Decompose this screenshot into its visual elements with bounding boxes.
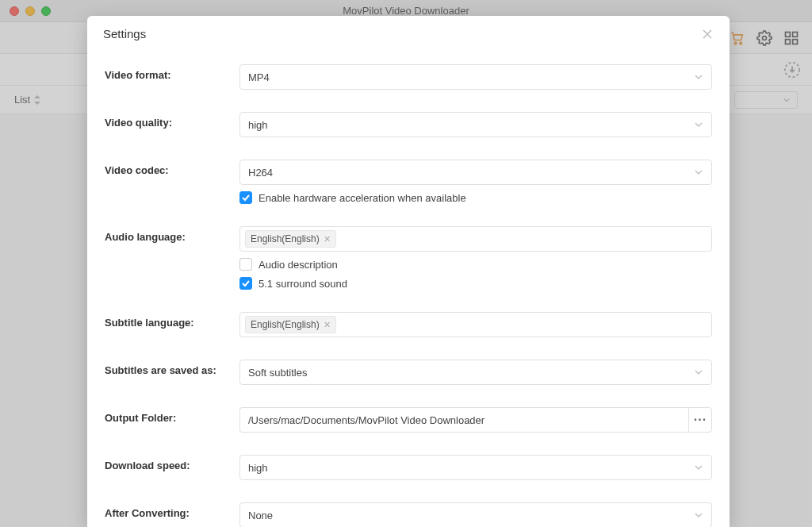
tag-subtitle-language-text: English(English)	[251, 319, 320, 330]
row-audio-language: Audio language: English(English) ✕ Audio…	[105, 215, 712, 301]
tag-subtitle-language-remove[interactable]: ✕	[324, 320, 331, 330]
label-output-folder: Output Folder:	[105, 407, 239, 424]
checkbox-hw-accel[interactable]: Enable hardware acceleration when availa…	[239, 191, 712, 204]
chevron-down-icon	[694, 72, 703, 82]
value-subtitles-saved-as: Soft subtitles	[248, 367, 307, 379]
input-output-folder[interactable]: /Users/mac/Documents/MovPilot Video Down…	[239, 407, 688, 433]
tag-audio-language-remove[interactable]: ✕	[324, 234, 331, 244]
row-after-converting: After Converting: None	[105, 491, 712, 527]
more-icon: ···	[694, 413, 707, 427]
checkbox-audio-description[interactable]: Audio description	[239, 258, 712, 271]
checkbox-surround[interactable]: 5.1 surround sound	[239, 277, 712, 290]
label-audio-language: Audio language:	[105, 226, 239, 243]
settings-modal: Settings Video format: MP4 Video quality…	[87, 16, 730, 527]
value-output-folder: /Users/mac/Documents/MovPilot Video Down…	[248, 414, 485, 426]
value-video-codec: H264	[248, 167, 273, 179]
label-download-speed: Download speed:	[105, 455, 239, 471]
row-download-speed: Download speed: high	[105, 444, 712, 491]
checkbox-hw-accel-label: Enable hardware acceleration when availa…	[259, 192, 466, 204]
label-subtitles-saved-as: Subtitles are saved as:	[105, 360, 239, 376]
select-subtitles-saved-as[interactable]: Soft subtitles	[239, 360, 712, 385]
label-after-converting: After Converting:	[105, 502, 239, 519]
row-video-codec: Video codec: H264 Enable hardware accele…	[105, 148, 712, 215]
checkbox-surround-label: 5.1 surround sound	[259, 278, 347, 290]
row-subtitle-language: Subtitle language: English(English) ✕	[105, 301, 712, 348]
checkbox-hw-accel-box	[239, 191, 252, 204]
tag-audio-language: English(English) ✕	[245, 230, 336, 248]
select-after-converting[interactable]: None	[239, 502, 712, 527]
modal-body: Video format: MP4 Video quality: high Vi…	[87, 47, 730, 527]
value-video-format: MP4	[248, 71, 270, 83]
label-subtitle-language: Subtitle language:	[105, 312, 239, 329]
chevron-down-icon	[694, 367, 703, 377]
modal-title: Settings	[103, 27, 146, 40]
chevron-down-icon	[694, 510, 703, 520]
close-icon[interactable]	[701, 28, 714, 40]
modal-header: Settings	[87, 16, 730, 47]
taginput-subtitle-language[interactable]: English(English) ✕	[239, 312, 712, 337]
select-video-codec[interactable]: H264	[239, 160, 712, 185]
checkbox-audio-description-label: Audio description	[259, 259, 338, 271]
value-download-speed: high	[248, 462, 268, 474]
value-after-converting: None	[248, 510, 273, 521]
label-video-codec: Video codec:	[105, 160, 239, 176]
value-video-quality: high	[248, 119, 268, 131]
tag-audio-language-text: English(English)	[251, 233, 320, 244]
tag-subtitle-language: English(English) ✕	[245, 316, 336, 333]
label-video-quality: Video quality:	[105, 112, 239, 129]
browse-folder-button[interactable]: ···	[688, 407, 712, 433]
chevron-down-icon	[694, 167, 703, 177]
taginput-audio-language[interactable]: English(English) ✕	[239, 226, 712, 252]
row-video-quality: Video quality: high	[105, 101, 712, 148]
chevron-down-icon	[694, 120, 703, 129]
select-video-format[interactable]: MP4	[239, 64, 712, 90]
row-subtitles-saved-as: Subtitles are saved as: Soft subtitles	[105, 348, 712, 396]
chevron-down-icon	[694, 463, 703, 472]
checkbox-audio-description-box	[239, 258, 252, 271]
select-download-speed[interactable]: high	[239, 455, 712, 480]
row-output-folder: Output Folder: /Users/mac/Documents/MovP…	[105, 396, 712, 444]
row-video-format: Video format: MP4	[105, 53, 712, 101]
label-video-format: Video format:	[105, 64, 239, 81]
checkbox-surround-box	[239, 277, 252, 290]
select-video-quality[interactable]: high	[239, 112, 712, 137]
